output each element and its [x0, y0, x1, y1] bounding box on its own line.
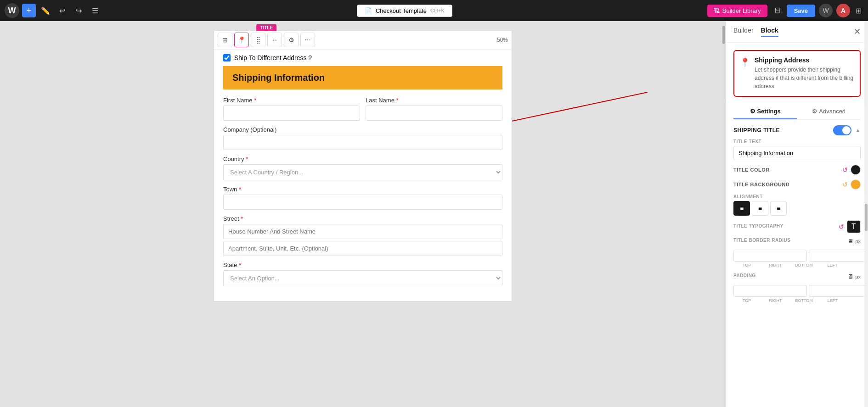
- title-text-input[interactable]: [733, 146, 861, 160]
- title-bg-swatch[interactable]: [851, 179, 861, 190]
- title-text-sublabel: TITLE TEXT: [733, 139, 861, 144]
- save-button[interactable]: Save: [787, 5, 815, 17]
- desktop-view-button[interactable]: 🖥: [771, 4, 783, 17]
- top-bar-center: 📄 Checkout Template Ctrl+K: [105, 5, 705, 17]
- edit-icon-btn[interactable]: ✏️: [39, 4, 52, 17]
- typography-controls: ↺ T: [839, 220, 861, 233]
- template-button[interactable]: 📄 Checkout Template Ctrl+K: [357, 5, 452, 17]
- title-color-reset-button[interactable]: ↺: [842, 166, 848, 173]
- border-top-input[interactable]: [733, 250, 807, 262]
- ship-different-address-checkbox[interactable]: [223, 54, 231, 61]
- last-name-required: *: [396, 97, 399, 104]
- shipping-title-bar: Shipping Information: [223, 66, 502, 89]
- company-input[interactable]: [223, 135, 502, 150]
- street-field: Street *: [223, 215, 502, 256]
- border-bottom-label: BOTTOM: [791, 263, 817, 268]
- resize-icon-btn[interactable]: ↔: [267, 33, 282, 47]
- border-radius-labels: TOP RIGHT BOTTOM LEFT: [733, 263, 861, 268]
- advanced-tab-label: Advanced: [819, 108, 845, 115]
- padding-label: PADDING: [733, 273, 756, 278]
- border-right-input[interactable]: [809, 250, 868, 262]
- zoom-label: 50%: [497, 37, 508, 43]
- tab-advanced[interactable]: ⚙ Advanced: [797, 104, 861, 119]
- country-field: Country * Select A Country / Region...: [223, 156, 502, 180]
- padding-right-label: RIGHT: [762, 298, 789, 303]
- redo-button[interactable]: ↪: [72, 4, 85, 17]
- canvas-content: TITLE ⊞ 📍 ⣿ ↔ ⚙ ⋯ 50% Ship: [214, 30, 512, 301]
- wordpress-logo[interactable]: W: [5, 3, 19, 18]
- panels-toggle-button[interactable]: ⊞: [854, 5, 863, 17]
- user-icon[interactable]: W: [819, 4, 833, 17]
- typography-reset-button[interactable]: ↺: [839, 223, 844, 230]
- street-input-1[interactable]: [223, 224, 502, 239]
- template-label: Checkout Template: [376, 7, 427, 14]
- title-color-swatch[interactable]: [851, 165, 861, 175]
- company-field: Company (Optional): [223, 126, 502, 150]
- first-name-required: *: [254, 97, 256, 104]
- alignment-buttons: ≡ ≡ ≡: [733, 201, 861, 216]
- menu-button[interactable]: ☰: [88, 4, 102, 17]
- padding-bottom-label: BOTTOM: [791, 298, 817, 303]
- toolbar-icons-left: TITLE ⊞ 📍 ⣿ ↔ ⚙ ⋯: [218, 33, 315, 47]
- border-radius-row: TITLE BORDER RADIUS 🖥 px ⛓: [733, 238, 861, 268]
- panel-header: Builder Block ✕: [726, 21, 868, 43]
- alignment-label: ALIGNMENT: [733, 194, 861, 199]
- last-name-label: Last Name *: [366, 97, 502, 104]
- tab-block[interactable]: Block: [761, 27, 778, 37]
- border-radius-label: TITLE BORDER RADIUS: [733, 238, 791, 243]
- settings-icon-btn[interactable]: ⚙: [284, 33, 299, 47]
- padding-top-label: TOP: [733, 298, 760, 303]
- border-left-label: LEFT: [819, 263, 846, 268]
- title-color-controls: ↺: [842, 165, 861, 175]
- state-select[interactable]: Select An Option...: [223, 270, 502, 286]
- align-right-button[interactable]: ≡: [770, 201, 787, 216]
- padding-row: PADDING 🖥 px 15 20 15 20 ⛓ TO: [733, 273, 861, 303]
- title-badge: TITLE: [256, 24, 276, 31]
- first-name-field: First Name *: [223, 97, 360, 121]
- padding-top-input[interactable]: 15: [733, 285, 807, 297]
- first-name-input[interactable]: [223, 106, 360, 121]
- title-color-label: TITLE COLOR: [733, 167, 770, 173]
- border-spacer: [848, 263, 861, 268]
- street-input-2[interactable]: [223, 241, 502, 256]
- street-required: *: [241, 215, 243, 222]
- country-required: *: [246, 156, 248, 162]
- town-field: Town *: [223, 186, 502, 210]
- state-label: State *: [223, 262, 502, 268]
- title-bg-reset-button[interactable]: ↺: [842, 181, 848, 188]
- padding-label-row: PADDING 🖥 px: [733, 273, 861, 280]
- padding-right-input[interactable]: 20: [809, 285, 868, 297]
- move-icon-btn[interactable]: ⣿: [251, 33, 265, 47]
- border-radius-label-row: TITLE BORDER RADIUS 🖥 px: [733, 238, 861, 245]
- builder-library-button[interactable]: 🏗 Builder Library: [707, 5, 767, 17]
- shipping-title-section: Shipping Title ▲ TITLE TEXT TITLE COLOR …: [733, 125, 861, 303]
- undo-button[interactable]: ↩: [55, 4, 69, 17]
- columns-icon-btn[interactable]: ⊞: [218, 33, 232, 47]
- tab-settings[interactable]: ⚙ Settings: [733, 104, 797, 119]
- more-icon-btn[interactable]: ⋯: [300, 33, 315, 47]
- canvas-scrollbar-thumb: [722, 26, 725, 44]
- shipping-title-toggle[interactable]: [833, 125, 851, 135]
- panel-close-button[interactable]: ✕: [854, 27, 861, 37]
- typography-edit-button[interactable]: T: [847, 220, 861, 233]
- padding-spacer: [848, 298, 861, 303]
- align-center-button[interactable]: ≡: [752, 201, 768, 216]
- town-input[interactable]: [223, 195, 502, 210]
- toolbar-strip: TITLE ⊞ 📍 ⣿ ↔ ⚙ ⋯ 50%: [214, 31, 512, 50]
- country-select[interactable]: Select A Country / Region...: [223, 164, 502, 180]
- padding-desktop-icon: 🖥: [847, 273, 853, 280]
- title-bg-row: TITLE BACKGROUND ↺: [733, 179, 861, 190]
- location-icon-btn[interactable]: 📍: [234, 33, 249, 47]
- tab-builder[interactable]: Builder: [733, 27, 754, 37]
- last-name-input[interactable]: [366, 106, 502, 121]
- main-layout: TITLE ⊞ 📍 ⣿ ↔ ⚙ ⋯ 50% Ship: [0, 21, 868, 407]
- astra-icon[interactable]: A: [836, 4, 850, 17]
- last-name-field: Last Name *: [366, 97, 502, 121]
- align-left-button[interactable]: ≡: [733, 201, 750, 216]
- street-label: Street *: [223, 215, 502, 222]
- panel-scrollbar[interactable]: [864, 21, 868, 407]
- advanced-icon: ⚙: [812, 108, 819, 115]
- canvas-scrollbar[interactable]: [722, 21, 726, 407]
- panel-tabs: Builder Block: [733, 27, 778, 37]
- add-button[interactable]: +: [22, 4, 36, 17]
